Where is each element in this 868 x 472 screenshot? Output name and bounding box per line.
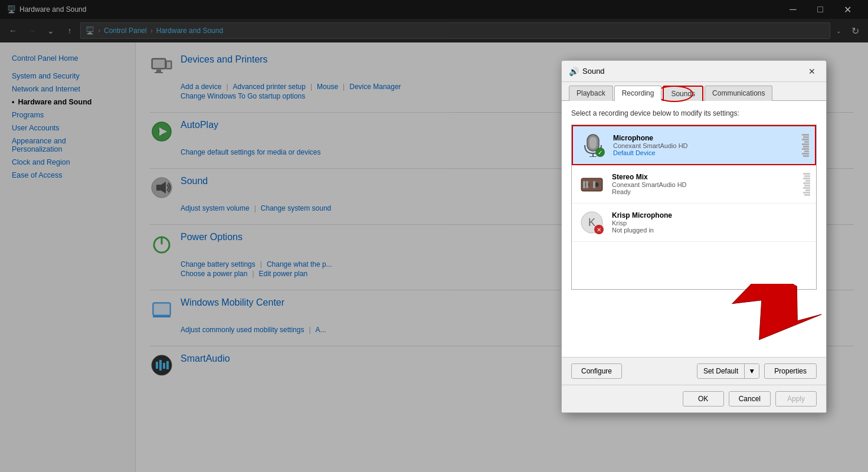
microphone-level-bars (801, 134, 809, 157)
dialog-titlebar: 🔊 Sound ✕ (562, 61, 826, 82)
sound-dialog: 🔊 Sound ✕ Playback Recording Sounds Comm… (561, 60, 827, 413)
properties-button[interactable]: Properties (764, 363, 817, 379)
krisp-info: Krisp Microphone Krisp Not plugged in (612, 211, 810, 234)
dialog-body: Select a recording device below to modif… (562, 101, 826, 357)
tab-playback[interactable]: Playback (569, 86, 613, 101)
svg-rect-23 (589, 137, 597, 149)
stereo-mix-sub2: Ready (612, 188, 802, 195)
red-arrow-svg (705, 284, 823, 360)
set-default-group: Set Default ▼ (697, 363, 759, 379)
ok-button[interactable]: OK (683, 391, 724, 407)
dialog-title-icon: 🔊 (569, 67, 579, 76)
tab-sounds[interactable]: Sounds (663, 86, 703, 101)
dialog-close-button[interactable]: ✕ (805, 64, 819, 78)
microphone-name: Microphone (613, 134, 801, 142)
arrow-container (571, 290, 817, 349)
krisp-sub1: Krisp (612, 219, 810, 227)
stereo-mix-level-bars (802, 173, 810, 196)
tab-recording[interactable]: Recording (614, 86, 662, 101)
stereo-mix-info: Stereo Mix Conexant SmartAudio HD Ready (612, 173, 802, 195)
device-item-microphone[interactable]: ✓ Microphone Conexant SmartAudio HD Defa… (572, 125, 816, 165)
microphone-info: Microphone Conexant SmartAudio HD Defaul… (613, 134, 801, 156)
dialog-actions: OK Cancel Apply (562, 385, 826, 412)
stereo-mix-name: Stereo Mix (612, 173, 802, 181)
cancel-button[interactable]: Cancel (729, 391, 771, 407)
tab-communications[interactable]: Communications (705, 86, 772, 101)
microphone-sub1: Conexant SmartAudio HD (613, 142, 801, 149)
dialog-tabs: Playback Recording Sounds Communications (562, 82, 826, 101)
set-default-dropdown-button[interactable]: ▼ (745, 364, 759, 378)
stereo-mix-sub1: Conexant SmartAudio HD (612, 181, 802, 188)
device-item-krisp[interactable]: K ✕ Krisp Microphone Krisp Not plugged i… (572, 204, 816, 242)
microphone-icon-container: ✓ (579, 131, 607, 159)
stereo-mix-icon-container (578, 170, 606, 198)
stereo-mix-svg (580, 172, 604, 196)
apply-button[interactable]: Apply (775, 391, 817, 407)
dialog-title-text: Sound (582, 67, 805, 76)
svg-rect-31 (586, 181, 588, 188)
modal-overlay: 🔊 Sound ✕ Playback Recording Sounds Comm… (0, 0, 868, 472)
krisp-status-icon: ✕ (594, 225, 604, 234)
krisp-sub2: Not plugged in (612, 227, 810, 234)
microphone-status-icon: ✓ (595, 148, 605, 157)
set-default-button[interactable]: Set Default (697, 364, 745, 378)
device-item-stereo-mix[interactable]: Stereo Mix Conexant SmartAudio HD Ready (572, 165, 816, 204)
dialog-footer: Configure Set Default ▼ Properties (562, 357, 826, 385)
dialog-instruction: Select a recording device below to modif… (571, 109, 817, 117)
configure-button[interactable]: Configure (571, 363, 622, 379)
device-list: ✓ Microphone Conexant SmartAudio HD Defa… (571, 124, 817, 290)
krisp-name: Krisp Microphone (612, 211, 810, 219)
svg-rect-32 (593, 181, 595, 188)
microphone-sub2: Default Device (613, 149, 801, 156)
krisp-icon-container: K ✕ (578, 208, 606, 237)
svg-marker-35 (723, 284, 823, 360)
svg-rect-30 (583, 181, 585, 188)
